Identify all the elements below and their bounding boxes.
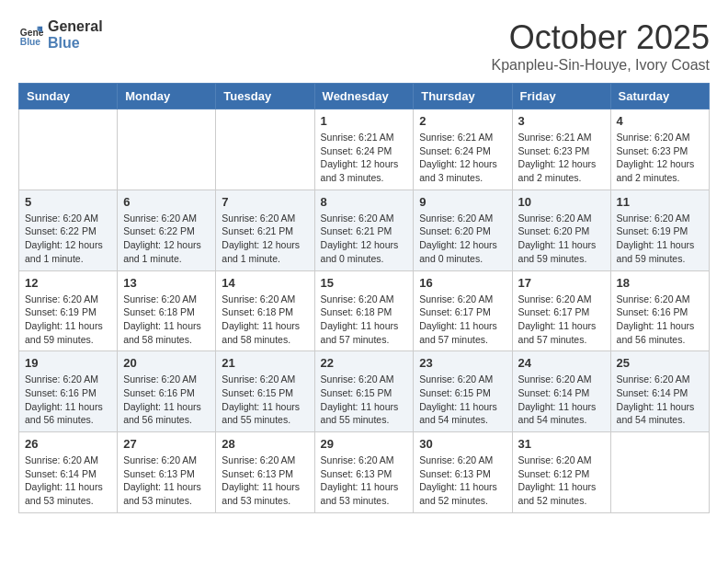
table-row: 24Sunrise: 6:20 AM Sunset: 6:14 PM Dayli… <box>512 351 610 432</box>
day-info: Sunrise: 6:21 AM Sunset: 6:23 PM Dayligh… <box>518 131 605 185</box>
day-info: Sunrise: 6:20 AM Sunset: 6:19 PM Dayligh… <box>617 212 703 266</box>
table-row: 18Sunrise: 6:20 AM Sunset: 6:16 PM Dayli… <box>610 270 709 351</box>
calendar-week-row: 5Sunrise: 6:20 AM Sunset: 6:22 PM Daylig… <box>19 190 710 270</box>
logo-blue: Blue <box>48 35 103 52</box>
month-title: October 2025 <box>492 18 710 57</box>
day-number: 18 <box>617 276 703 290</box>
day-info: Sunrise: 6:21 AM Sunset: 6:24 PM Dayligh… <box>419 131 506 185</box>
table-row: 15Sunrise: 6:20 AM Sunset: 6:18 PM Dayli… <box>314 270 414 351</box>
table-row: 1Sunrise: 6:21 AM Sunset: 6:24 PM Daylig… <box>314 109 414 190</box>
day-info: Sunrise: 6:20 AM Sunset: 6:15 PM Dayligh… <box>222 373 308 427</box>
day-info: Sunrise: 6:20 AM Sunset: 6:18 PM Dayligh… <box>222 293 308 347</box>
day-info: Sunrise: 6:20 AM Sunset: 6:13 PM Dayligh… <box>123 454 210 508</box>
day-number: 7 <box>222 195 308 209</box>
day-number: 29 <box>321 437 408 451</box>
header-monday: Monday <box>118 84 216 109</box>
table-row <box>216 109 314 190</box>
calendar-table: Sunday Monday Tuesday Wednesday Thursday… <box>18 83 710 513</box>
table-row <box>610 432 709 513</box>
day-info: Sunrise: 6:20 AM Sunset: 6:16 PM Dayligh… <box>123 373 210 427</box>
day-number: 22 <box>321 356 408 370</box>
table-row: 27Sunrise: 6:20 AM Sunset: 6:13 PM Dayli… <box>118 432 216 513</box>
day-info: Sunrise: 6:20 AM Sunset: 6:18 PM Dayligh… <box>321 293 408 347</box>
day-info: Sunrise: 6:20 AM Sunset: 6:17 PM Dayligh… <box>518 293 605 347</box>
title-area: October 2025 Kpanpleu-Sin-Houye, Ivory C… <box>492 18 710 74</box>
day-info: Sunrise: 6:20 AM Sunset: 6:13 PM Dayligh… <box>419 454 506 508</box>
day-number: 24 <box>518 356 605 370</box>
day-number: 9 <box>419 195 506 209</box>
table-row: 9Sunrise: 6:20 AM Sunset: 6:20 PM Daylig… <box>414 190 512 270</box>
day-info: Sunrise: 6:20 AM Sunset: 6:14 PM Dayligh… <box>617 373 703 427</box>
day-info: Sunrise: 6:20 AM Sunset: 6:16 PM Dayligh… <box>617 293 703 347</box>
table-row: 6Sunrise: 6:20 AM Sunset: 6:22 PM Daylig… <box>118 190 216 270</box>
day-number: 3 <box>518 114 605 128</box>
day-number: 6 <box>123 195 210 209</box>
day-info: Sunrise: 6:20 AM Sunset: 6:20 PM Dayligh… <box>518 212 605 266</box>
day-number: 26 <box>25 437 111 451</box>
day-info: Sunrise: 6:20 AM Sunset: 6:22 PM Dayligh… <box>123 212 210 266</box>
day-number: 23 <box>419 356 506 370</box>
day-number: 15 <box>321 276 408 290</box>
day-number: 14 <box>222 276 308 290</box>
day-info: Sunrise: 6:20 AM Sunset: 6:19 PM Dayligh… <box>25 293 111 347</box>
day-info: Sunrise: 6:20 AM Sunset: 6:20 PM Dayligh… <box>419 212 506 266</box>
table-row: 26Sunrise: 6:20 AM Sunset: 6:14 PM Dayli… <box>19 432 118 513</box>
day-info: Sunrise: 6:20 AM Sunset: 6:15 PM Dayligh… <box>419 373 506 427</box>
day-info: Sunrise: 6:20 AM Sunset: 6:13 PM Dayligh… <box>321 454 408 508</box>
header-friday: Friday <box>512 84 610 109</box>
calendar-week-row: 1Sunrise: 6:21 AM Sunset: 6:24 PM Daylig… <box>19 109 710 190</box>
day-number: 4 <box>617 114 703 128</box>
table-row: 25Sunrise: 6:20 AM Sunset: 6:14 PM Dayli… <box>610 351 709 432</box>
calendar-week-row: 26Sunrise: 6:20 AM Sunset: 6:14 PM Dayli… <box>19 432 710 513</box>
table-row: 8Sunrise: 6:20 AM Sunset: 6:21 PM Daylig… <box>314 190 414 270</box>
day-info: Sunrise: 6:20 AM Sunset: 6:12 PM Dayligh… <box>518 454 605 508</box>
day-info: Sunrise: 6:20 AM Sunset: 6:22 PM Dayligh… <box>25 212 111 266</box>
day-info: Sunrise: 6:20 AM Sunset: 6:18 PM Dayligh… <box>123 293 210 347</box>
day-number: 27 <box>123 437 210 451</box>
table-row: 17Sunrise: 6:20 AM Sunset: 6:17 PM Dayli… <box>512 270 610 351</box>
day-number: 12 <box>25 276 111 290</box>
day-info: Sunrise: 6:20 AM Sunset: 6:13 PM Dayligh… <box>222 454 308 508</box>
logo: General Blue General Blue <box>18 18 103 51</box>
header-saturday: Saturday <box>610 84 709 109</box>
logo-general: General <box>48 18 103 35</box>
day-number: 11 <box>617 195 703 209</box>
logo-text: General Blue <box>48 18 103 51</box>
header-thursday: Thursday <box>414 84 512 109</box>
day-number: 30 <box>419 437 506 451</box>
day-number: 19 <box>25 356 111 370</box>
day-info: Sunrise: 6:20 AM Sunset: 6:15 PM Dayligh… <box>321 373 408 427</box>
day-number: 20 <box>123 356 210 370</box>
day-info: Sunrise: 6:20 AM Sunset: 6:17 PM Dayligh… <box>419 293 506 347</box>
day-number: 5 <box>25 195 111 209</box>
table-row <box>19 109 118 190</box>
day-number: 25 <box>617 356 703 370</box>
day-info: Sunrise: 6:21 AM Sunset: 6:24 PM Dayligh… <box>321 131 408 185</box>
table-row: 14Sunrise: 6:20 AM Sunset: 6:18 PM Dayli… <box>216 270 314 351</box>
page-header: General Blue General Blue October 2025 K… <box>18 18 710 74</box>
table-row: 2Sunrise: 6:21 AM Sunset: 6:24 PM Daylig… <box>414 109 512 190</box>
header-sunday: Sunday <box>19 84 118 109</box>
table-row: 20Sunrise: 6:20 AM Sunset: 6:16 PM Dayli… <box>118 351 216 432</box>
calendar-week-row: 12Sunrise: 6:20 AM Sunset: 6:19 PM Dayli… <box>19 270 710 351</box>
logo-icon: General Blue <box>18 22 44 48</box>
table-row: 23Sunrise: 6:20 AM Sunset: 6:15 PM Dayli… <box>414 351 512 432</box>
table-row: 7Sunrise: 6:20 AM Sunset: 6:21 PM Daylig… <box>216 190 314 270</box>
table-row: 21Sunrise: 6:20 AM Sunset: 6:15 PM Dayli… <box>216 351 314 432</box>
table-row: 4Sunrise: 6:20 AM Sunset: 6:23 PM Daylig… <box>610 109 709 190</box>
day-number: 8 <box>321 195 408 209</box>
location-title: Kpanpleu-Sin-Houye, Ivory Coast <box>492 57 710 74</box>
table-row: 13Sunrise: 6:20 AM Sunset: 6:18 PM Dayli… <box>118 270 216 351</box>
table-row: 10Sunrise: 6:20 AM Sunset: 6:20 PM Dayli… <box>512 190 610 270</box>
table-row <box>118 109 216 190</box>
table-row: 30Sunrise: 6:20 AM Sunset: 6:13 PM Dayli… <box>414 432 512 513</box>
table-row: 3Sunrise: 6:21 AM Sunset: 6:23 PM Daylig… <box>512 109 610 190</box>
day-number: 31 <box>518 437 605 451</box>
day-number: 13 <box>123 276 210 290</box>
day-number: 16 <box>419 276 506 290</box>
table-row: 12Sunrise: 6:20 AM Sunset: 6:19 PM Dayli… <box>19 270 118 351</box>
day-info: Sunrise: 6:20 AM Sunset: 6:16 PM Dayligh… <box>25 373 111 427</box>
header-wednesday: Wednesday <box>314 84 414 109</box>
day-info: Sunrise: 6:20 AM Sunset: 6:23 PM Dayligh… <box>617 131 703 185</box>
table-row: 31Sunrise: 6:20 AM Sunset: 6:12 PM Dayli… <box>512 432 610 513</box>
